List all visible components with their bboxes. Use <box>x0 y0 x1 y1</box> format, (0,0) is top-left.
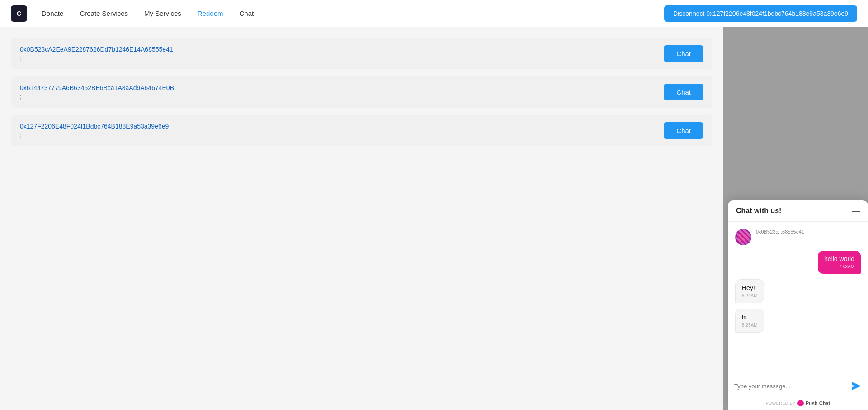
message-text: hello world <box>824 255 854 262</box>
message-text: hi <box>742 314 757 321</box>
avatar <box>735 229 751 245</box>
disconnect-button[interactable]: Disconnect 0x127f2206e48f024f1bdbc764b18… <box>664 5 857 22</box>
message-bubble-in: Hey! 8:24AM <box>735 279 764 303</box>
message-row-incoming: Hey! 8:24AM <box>735 279 861 303</box>
nav-chat[interactable]: Chat <box>239 8 254 19</box>
chat-widget: Chat with us! — 0x0B523c...68555e41 he <box>728 200 868 410</box>
service-address: 0x0B523cA2EeA9E2287626Dd7b1246E14A68555e… <box>20 46 664 53</box>
chat-widget-header: Chat with us! — <box>728 200 868 222</box>
send-icon <box>851 381 862 391</box>
message-text: Hey! <box>742 284 757 291</box>
chat-messages: 0x0B523c...68555e41 hello world 7:53AM H… <box>728 222 868 376</box>
message-row-incoming: hi 8:25AM <box>735 309 861 333</box>
powered-by-text: POWERED BY <box>766 401 796 405</box>
content-area: 0x0B523cA2EeA9E2287626Dd7b1246E14A68555e… <box>0 27 723 410</box>
service-address: 0x127F2206E48F024f1Bdbc764B188E9a53a39e6… <box>20 123 664 130</box>
nav-donate[interactable]: Donate <box>42 8 63 19</box>
message-time: 8:24AM <box>742 293 757 298</box>
push-chat-icon <box>797 400 804 406</box>
service-semicolon: ; <box>20 132 664 138</box>
service-card: 0x6144737779A6B63452BE6Bca1A8aAd9A64674E… <box>11 76 712 108</box>
nav-create-services[interactable]: Create Services <box>80 8 128 19</box>
service-address: 0x6144737779A6B63452BE6Bca1A8aAd9A64674E… <box>20 84 664 91</box>
nav-my-services[interactable]: My Services <box>144 8 181 19</box>
service-semicolon: ; <box>20 93 664 100</box>
chat-button-3[interactable]: Chat <box>664 122 703 139</box>
main-layout: 0x0B523cA2EeA9E2287626Dd7b1246E14A68555e… <box>0 27 868 410</box>
chat-input-area <box>728 376 868 396</box>
nav-redeem[interactable]: Redeem <box>198 8 223 19</box>
chat-button-2[interactable]: Chat <box>664 84 703 100</box>
push-chat-label: Push Chat <box>806 400 830 406</box>
service-info: 0x6144737779A6B63452BE6Bca1A8aAd9A64674E… <box>20 84 664 100</box>
chat-button-1[interactable]: Chat <box>664 45 703 62</box>
service-info: 0x127F2206E48F024f1Bdbc764B188E9a53a39e6… <box>20 123 664 138</box>
service-info: 0x0B523cA2EeA9E2287626Dd7b1246E14A68555e… <box>20 46 664 62</box>
service-card: 0x127F2206E48F024f1Bdbc764B188E9a53a39e6… <box>11 115 712 146</box>
message-time: 7:53AM <box>824 264 854 269</box>
message-row-outgoing: hello world 7:53AM <box>735 251 861 274</box>
navbar: C Donate Create Services My Services Red… <box>0 0 868 27</box>
message-bubble-out: hello world 7:53AM <box>818 251 861 274</box>
chat-widget-title: Chat with us! <box>736 207 781 215</box>
message-bubble-in: hi 8:25AM <box>735 309 764 333</box>
sender-info: 0x0B523c...68555e41 <box>756 229 804 236</box>
message-time: 8:25AM <box>742 323 757 328</box>
sender-label: 0x0B523c...68555e41 <box>756 229 804 234</box>
minimize-icon[interactable]: — <box>852 207 860 215</box>
chat-message-input[interactable] <box>734 383 847 390</box>
nav-links: Donate Create Services My Services Redee… <box>42 8 664 19</box>
service-semicolon: ; <box>20 55 664 62</box>
app-logo: C <box>11 5 27 22</box>
chat-send-button[interactable] <box>851 381 862 391</box>
sidebar: Chat with us! — 0x0B523c...68555e41 he <box>723 27 868 410</box>
message-row-sender: 0x0B523c...68555e41 <box>735 229 861 245</box>
chat-footer: POWERED BY Push Chat <box>728 396 868 410</box>
service-card: 0x0B523cA2EeA9E2287626Dd7b1246E14A68555e… <box>11 38 712 69</box>
